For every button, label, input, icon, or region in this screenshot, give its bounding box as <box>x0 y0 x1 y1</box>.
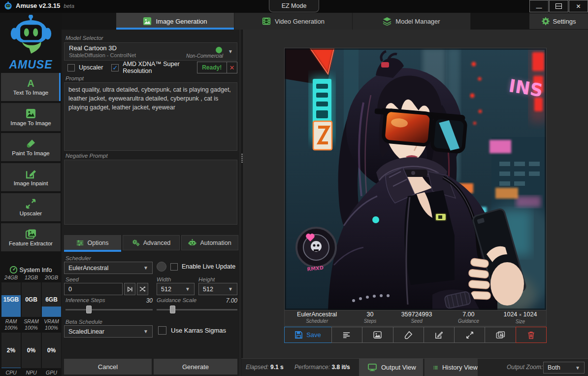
list-icon <box>433 364 438 371</box>
sidebar-item-paint-to-image[interactable]: Paint To Image <box>1 133 61 161</box>
save-label: Save <box>306 331 321 339</box>
height-value: 512 <box>203 286 213 293</box>
minimize-button[interactable]: — <box>529 0 549 12</box>
delete-image-button[interactable] <box>516 327 547 343</box>
settings-button[interactable]: Settings <box>529 13 588 29</box>
output-view-button[interactable]: Output View <box>359 359 424 376</box>
width-dropdown[interactable]: 512▼ <box>157 283 195 295</box>
meta-seed: 359724993 Seed <box>391 310 443 326</box>
live-update-toggle[interactable] <box>157 262 166 272</box>
send-to-feature-extractor-button[interactable] <box>485 327 516 343</box>
cancel-button[interactable]: Cancel <box>64 359 152 375</box>
width-value: 512 <box>161 286 171 293</box>
system-info-header: System Info <box>0 266 62 273</box>
sidebar-item-text-to-image[interactable]: A Text To Image <box>1 73 61 101</box>
ez-mode-button[interactable]: EZ Mode <box>269 0 319 12</box>
negative-prompt-label: Negative Prompt <box>65 153 108 159</box>
sidebar-item-label: Text To Image <box>13 90 48 96</box>
text-lines-icon <box>343 332 351 339</box>
letter-a-icon: A <box>27 78 34 88</box>
upscaler-label: Upscaler <box>79 64 103 71</box>
details-button[interactable] <box>331 327 362 343</box>
tab-image-generation[interactable]: Image Generation <box>116 13 234 30</box>
layers-icon <box>383 17 392 26</box>
send-to-inpaint-button[interactable] <box>424 327 455 343</box>
edit-icon <box>26 169 36 179</box>
tab-options[interactable]: Options <box>64 235 121 250</box>
maximize-button[interactable] <box>549 0 568 12</box>
last-seed-button[interactable] <box>124 283 135 295</box>
karras-checkbox[interactable] <box>158 326 166 335</box>
inference-steps-slider[interactable] <box>65 306 153 313</box>
tab-model-manager[interactable]: Model Manager <box>353 13 471 30</box>
seed-label: Seed <box>65 276 79 282</box>
trash-icon <box>527 331 535 339</box>
send-to-image-to-image-button[interactable] <box>362 327 393 343</box>
height-dropdown[interactable]: 512▼ <box>198 283 237 295</box>
sidebar-item-feature-extractor[interactable]: Feature Extractor <box>1 223 61 251</box>
upscaler-checkbox[interactable] <box>67 64 75 71</box>
model-license: Non-Commercial <box>186 53 223 59</box>
image-icon <box>26 108 36 119</box>
model-name: Real Cartoon 3D <box>69 44 117 52</box>
skip-end-icon <box>127 286 133 292</box>
slider-handle[interactable] <box>170 306 175 313</box>
title-bar: Amuse v2.3.15 beta EZ Mode — ✕ <box>0 0 588 13</box>
video-icon <box>262 17 271 26</box>
seed-value-link[interactable]: 359724993 <box>391 311 443 318</box>
width-label: Width <box>157 276 171 282</box>
random-seed-button[interactable] <box>137 283 148 295</box>
history-view-button[interactable]: History View <box>425 359 478 376</box>
tab-automation[interactable]: Automation <box>181 235 238 250</box>
scheduler-value: EulerAncestral <box>68 265 108 272</box>
panel-splitter[interactable] <box>240 30 244 376</box>
slider-track[interactable] <box>65 309 153 310</box>
slider-handle[interactable] <box>86 306 92 313</box>
chevron-down-icon: ▼ <box>228 49 233 54</box>
dismiss-ready-button[interactable]: ✕ <box>227 62 237 73</box>
ram-gauge: 24GB 15GB RAM <box>1 274 21 324</box>
scheduler-dropdown[interactable]: EulerAncestral▼ <box>64 262 153 274</box>
prompt-input[interactable]: best quality, ultra detailed, cyberpunk,… <box>64 82 237 151</box>
image-metadata-bar: EulerAncestral Scheduler 30 Steps 359724… <box>284 310 547 326</box>
live-update-checkbox[interactable] <box>170 263 178 271</box>
output-zoom-dropdown[interactable]: Both ▼ <box>543 362 585 374</box>
history-view-label: History View <box>442 364 478 371</box>
tab-video-generation[interactable]: Video Generation <box>234 13 353 30</box>
gauge-icon <box>10 266 17 273</box>
xdna-checkbox[interactable]: ✓ <box>111 64 119 71</box>
close-button[interactable]: ✕ <box>569 0 588 12</box>
send-to-paint-button[interactable] <box>393 327 424 343</box>
model-selector-dropdown[interactable]: Real Cartoon 3D StableDiffusion - Contro… <box>64 42 237 61</box>
generate-button[interactable]: Generate <box>154 359 237 375</box>
negative-prompt-input[interactable] <box>64 160 237 225</box>
beta-schedule-dropdown[interactable]: ScaledLinear▼ <box>64 325 153 338</box>
meta-guidance: 7.00 Guidance <box>443 310 494 326</box>
tab-advanced[interactable]: Advanced <box>123 235 180 250</box>
amuse-logo: AMUSE <box>0 15 62 71</box>
npu-gauge: 100% 0% NPU <box>22 325 41 376</box>
xdna-label: AMD XDNA™ Super Resolution <box>123 61 196 74</box>
guidance-scale-slider[interactable] <box>157 306 237 313</box>
gear-icon <box>542 17 550 25</box>
save-icon <box>295 331 302 339</box>
sidebar-item-image-to-image[interactable]: Image To Image <box>1 103 61 131</box>
send-to-upscaler-button[interactable] <box>454 327 485 343</box>
sidebar-item-label: Image Inpaint <box>14 180 48 186</box>
output-image-card: INS INS <box>284 48 547 343</box>
ready-button[interactable]: Ready! <box>197 62 227 73</box>
karras-label: Use Karras Sigmas <box>171 327 226 334</box>
close-icon: ✕ <box>576 3 581 10</box>
save-button[interactable]: Save <box>284 327 332 343</box>
sidebar-item-upscaler[interactable]: Upscaler <box>1 193 61 221</box>
slider-track[interactable] <box>157 309 237 310</box>
output-actions: Save <box>284 327 547 343</box>
gpu-gauge: 100% 0% GPU <box>42 325 61 376</box>
image-icon <box>143 17 152 26</box>
model-status-dot <box>216 47 222 53</box>
sidebar-item-image-inpaint[interactable]: Image Inpaint <box>1 163 61 191</box>
seed-input[interactable]: 0 <box>64 283 123 295</box>
chevron-down-icon: ▼ <box>143 329 148 334</box>
sidebar-item-label: Paint To Image <box>12 150 50 156</box>
scheduler-label: Scheduler <box>65 255 91 261</box>
